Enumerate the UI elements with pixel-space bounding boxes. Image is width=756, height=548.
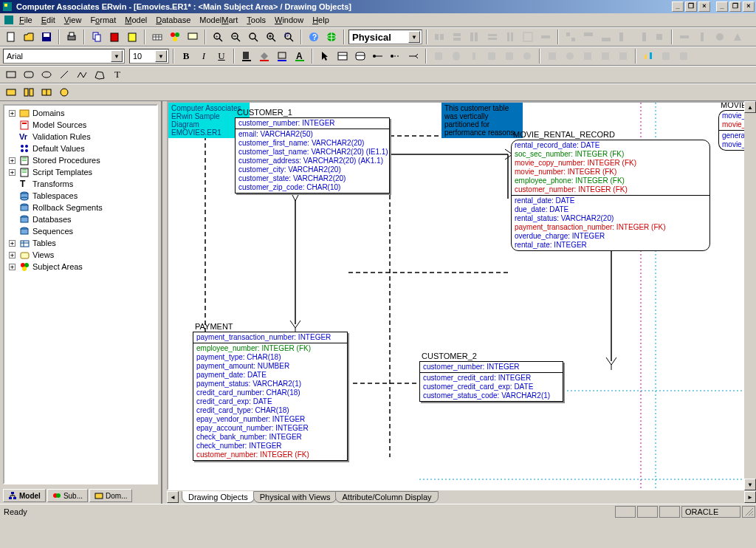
menu-file[interactable]: File: [19, 16, 32, 24]
tree-item[interactable]: Default Values: [6, 143, 155, 154]
transform-button-1[interactable]: [3, 84, 19, 100]
open-button[interactable]: [21, 29, 37, 45]
scroll-up-button[interactable]: ▲: [744, 101, 756, 113]
text-shape-tool[interactable]: T: [109, 66, 126, 83]
entity-movie-rental-record[interactable]: MOVIE_RENTAL_RECORD rental_record_date: …: [511, 140, 710, 251]
expand-icon[interactable]: +: [9, 110, 16, 117]
menu-window[interactable]: Window: [275, 16, 303, 24]
vertical-scrollbar[interactable]: ▲ ▼: [744, 101, 756, 490]
tree-item[interactable]: Databases: [6, 213, 155, 225]
subject-area-button[interactable]: [167, 29, 183, 45]
canvas-tab-attribute-display[interactable]: Attribute/Column Display: [335, 491, 438, 503]
mdi-minimize-button[interactable]: _: [672, 1, 684, 12]
tree-item[interactable]: Sequences: [6, 225, 155, 237]
tree-item[interactable]: +Script Templates: [6, 166, 155, 178]
tree-item[interactable]: Rollback Segments: [6, 202, 155, 213]
tooltip-button[interactable]: [185, 29, 201, 45]
tree-item[interactable]: +Views: [6, 249, 155, 261]
web-button[interactable]: [323, 29, 340, 45]
scroll-down-button[interactable]: ▼: [744, 479, 756, 490]
expand-icon[interactable]: +: [9, 252, 16, 258]
view-tool[interactable]: [352, 48, 368, 64]
canvas-tab-physical-views[interactable]: Physical with Views: [253, 491, 337, 503]
zoom-area-button[interactable]: [281, 29, 297, 45]
menu-view[interactable]: View: [64, 16, 82, 24]
menu-help[interactable]: Help: [312, 16, 329, 24]
line-color-button[interactable]: [274, 48, 290, 64]
polygon-shape-tool[interactable]: [92, 66, 108, 83]
menu-edit[interactable]: Edit: [41, 16, 55, 24]
transform-button-3[interactable]: [38, 84, 55, 100]
transform-button-2[interactable]: [21, 84, 37, 100]
entity-customer-2[interactable]: CUSTOMER_2 customer_number: INTEGER cust…: [419, 361, 563, 402]
mm-connect-button[interactable]: [640, 48, 656, 64]
italic-button[interactable]: I: [196, 48, 212, 64]
grid-button[interactable]: [149, 29, 165, 45]
mdi-close-button[interactable]: ×: [698, 1, 710, 12]
polyline-shape-tool[interactable]: [74, 66, 90, 83]
text-color-button[interactable]: A: [292, 48, 308, 64]
help-button[interactable]: ?: [306, 29, 322, 45]
dropdown-icon[interactable]: ▼: [111, 50, 123, 62]
zoom-in-button[interactable]: [263, 29, 279, 45]
tree-item[interactable]: +Stored Procedures: [6, 154, 155, 166]
tree-item[interactable]: Model Sources: [6, 119, 155, 131]
scroll-right-button[interactable]: ►: [744, 491, 756, 503]
zoom-out-button[interactable]: [227, 29, 244, 45]
zoom-fit-button[interactable]: +: [210, 29, 226, 45]
minimize-button[interactable]: _: [716, 1, 728, 12]
comment-note[interactable]: This customer table was vertically parti…: [441, 103, 523, 138]
new-button[interactable]: [3, 29, 19, 45]
line-shape-tool[interactable]: [56, 66, 72, 83]
font-combo[interactable]: Arial ▼: [3, 49, 125, 64]
resize-grip[interactable]: [742, 506, 755, 518]
menu-modelmart[interactable]: ModelMart: [199, 16, 238, 24]
sidebar-tab-model[interactable]: Model: [3, 489, 46, 502]
paste-yellow-button[interactable]: [124, 29, 140, 45]
expand-icon[interactable]: +: [9, 264, 16, 270]
print-button[interactable]: [63, 29, 80, 45]
model-level-combo[interactable]: Physical ▼: [348, 30, 422, 44]
many-rel-tool[interactable]: [405, 48, 422, 64]
roundrect-shape-tool[interactable]: [21, 66, 37, 83]
rect-shape-tool[interactable]: [3, 66, 19, 83]
tree-view[interactable]: +DomainsModel SourcesVrValidation RulesD…: [3, 104, 158, 484]
dropdown-icon[interactable]: ▼: [155, 50, 167, 62]
sidebar-tab-subject[interactable]: Sub...: [47, 489, 88, 502]
tree-item[interactable]: +Domains: [6, 107, 155, 119]
tree-item[interactable]: VrValidation Rules: [6, 131, 155, 143]
font-color-button[interactable]: [238, 48, 255, 64]
copy-button[interactable]: [89, 29, 105, 45]
entity-tool[interactable]: [334, 48, 351, 64]
entity-payment[interactable]: PAYMENT payment_transaction_number: INTE…: [193, 332, 348, 461]
expand-icon[interactable]: +: [9, 169, 16, 176]
pointer-tool[interactable]: [317, 48, 333, 64]
identifying-rel-tool[interactable]: [370, 48, 386, 64]
nonidentifying-rel-tool[interactable]: [388, 48, 404, 64]
entity-customer-1[interactable]: CUSTOMER_1 customer_number: INTEGER emai…: [235, 117, 390, 193]
ellipse-shape-tool[interactable]: [38, 66, 55, 83]
zoom-normal-button[interactable]: [245, 29, 261, 45]
menu-database[interactable]: Database: [156, 16, 190, 24]
menu-model[interactable]: Model: [125, 16, 147, 24]
underline-button[interactable]: U: [213, 48, 230, 64]
expand-icon[interactable]: +: [9, 157, 16, 164]
font-size-combo[interactable]: 10 ▼: [129, 49, 169, 64]
canvas-tab-drawing-objects[interactable]: Drawing Objects: [182, 491, 255, 503]
transform-button-4[interactable]: [56, 84, 72, 100]
paste-red-button[interactable]: [106, 29, 123, 45]
close-button[interactable]: ×: [743, 1, 755, 12]
menu-format[interactable]: Format: [90, 16, 116, 24]
maximize-button[interactable]: ❐: [729, 1, 741, 12]
dropdown-icon[interactable]: ▼: [408, 31, 420, 43]
tree-item[interactable]: Tablespaces: [6, 190, 155, 202]
expand-icon[interactable]: +: [9, 240, 16, 247]
tree-item[interactable]: TTransforms: [6, 178, 155, 190]
fill-color-button[interactable]: [256, 48, 272, 64]
diagram-canvas[interactable]: Computer Associates ERwin Sample Diagram…: [167, 101, 756, 490]
save-button[interactable]: [38, 29, 55, 45]
tree-item[interactable]: +Subject Areas: [6, 261, 155, 273]
tree-item[interactable]: +Tables: [6, 237, 155, 249]
menu-tools[interactable]: Tools: [247, 16, 266, 24]
mdi-maximize-button[interactable]: ❐: [685, 1, 697, 12]
